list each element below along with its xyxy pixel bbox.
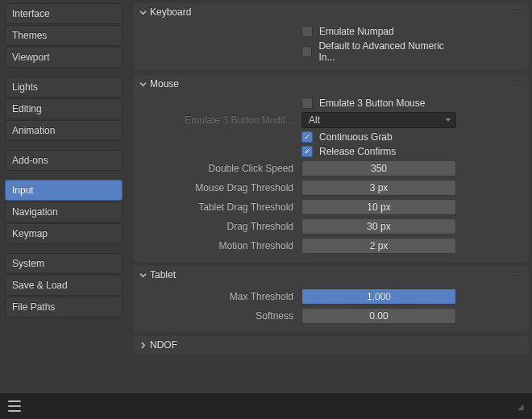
release-confirms-checkbox[interactable]: Release Confirms (301, 146, 456, 157)
preferences-sidebar: InterfaceThemesViewportLightsEditingAnim… (0, 0, 127, 393)
sidebar-item-editing[interactable]: Editing (5, 98, 123, 119)
max-threshold-slider[interactable]: 1.000 (301, 288, 456, 305)
drag-threshold-label: Drag Threshold (142, 221, 297, 232)
chevron-down-icon (139, 80, 147, 88)
panel-header-tablet[interactable]: Tablet :::: (134, 266, 529, 284)
panel-title: Mouse (150, 78, 179, 89)
emulate-3-button-modifier-label: Emulate 3 Button Modif... (142, 114, 297, 126)
resize-corner-icon[interactable]: ◢ (517, 402, 524, 411)
drag-grip-icon[interactable]: :::: (513, 341, 524, 349)
softness-label: Softness (142, 310, 297, 322)
sidebar-item-save-load[interactable]: Save & Load (5, 275, 123, 296)
chevron-right-icon (139, 341, 147, 349)
mouse-drag-threshold-label: Mouse Drag Threshold (142, 182, 297, 193)
panel-title: NDOF (150, 339, 177, 351)
mouse-drag-threshold-field[interactable]: 3 px (301, 180, 456, 196)
sidebar-item-animation[interactable]: Animation (5, 120, 123, 141)
sidebar-item-viewport[interactable]: Viewport (5, 47, 123, 68)
sidebar-item-themes[interactable]: Themes (5, 25, 123, 46)
drag-grip-icon[interactable]: :::: (513, 80, 524, 88)
drag-threshold-field[interactable]: 30 px (301, 218, 456, 234)
softness-slider[interactable]: 0.00 (301, 308, 456, 324)
tablet-drag-threshold-label: Tablet Drag Threshold (142, 201, 297, 213)
double-click-speed-label: Double Click Speed (142, 163, 297, 174)
tablet-drag-threshold-field[interactable]: 10 px (301, 199, 456, 215)
emulate-3-button-modifier-select[interactable]: Alt (301, 112, 456, 128)
panel-header-ndof[interactable]: NDOF :::: (134, 336, 529, 354)
panel-header-keyboard[interactable]: Keyboard :::: (134, 3, 529, 21)
panel-keyboard: Keyboard :::: Emulate Numpad Default to … (134, 3, 529, 71)
footer-bar: ◢ (0, 393, 532, 419)
motion-threshold-field[interactable]: 2 px (301, 238, 456, 254)
motion-threshold-label: Motion Threshold (142, 240, 297, 251)
panel-ndof: NDOF :::: (134, 336, 529, 354)
default-advanced-numeric-checkbox[interactable]: Default to Advanced Numeric In... (301, 40, 456, 63)
emulate-numpad-checkbox[interactable]: Emulate Numpad (301, 26, 456, 37)
continuous-grab-checkbox[interactable]: Continuous Grab (301, 131, 456, 143)
panel-title: Tablet (150, 269, 176, 280)
chevron-down-icon (139, 8, 147, 16)
panel-tablet: Tablet :::: Max Threshold1.000 Softness0… (134, 266, 529, 332)
sidebar-item-file-paths[interactable]: File Paths (5, 297, 123, 317)
sidebar-item-keymap[interactable]: Keymap (5, 223, 123, 244)
preferences-main: Keyboard :::: Emulate Numpad Default to … (127, 0, 532, 393)
chevron-down-icon (139, 271, 147, 279)
max-threshold-label: Max Threshold (142, 291, 297, 302)
sidebar-item-system[interactable]: System (5, 253, 123, 274)
drag-grip-icon[interactable]: :::: (513, 8, 524, 16)
hamburger-menu-icon[interactable] (8, 400, 21, 412)
panel-title: Keyboard (150, 6, 191, 18)
panel-header-mouse[interactable]: Mouse :::: (134, 75, 529, 93)
sidebar-item-interface[interactable]: Interface (5, 3, 123, 24)
drag-grip-icon[interactable]: :::: (513, 271, 524, 279)
panel-mouse: Mouse :::: Emulate 3 Button Mouse Emulat… (134, 75, 529, 262)
sidebar-item-add-ons[interactable]: Add-ons (5, 150, 123, 171)
sidebar-item-lights[interactable]: Lights (5, 77, 123, 97)
double-click-speed-field[interactable]: 350 (301, 160, 456, 176)
sidebar-item-navigation[interactable]: Navigation (5, 201, 123, 222)
emulate-3-button-mouse-checkbox[interactable]: Emulate 3 Button Mouse (301, 97, 456, 109)
sidebar-item-input[interactable]: Input (5, 180, 123, 201)
